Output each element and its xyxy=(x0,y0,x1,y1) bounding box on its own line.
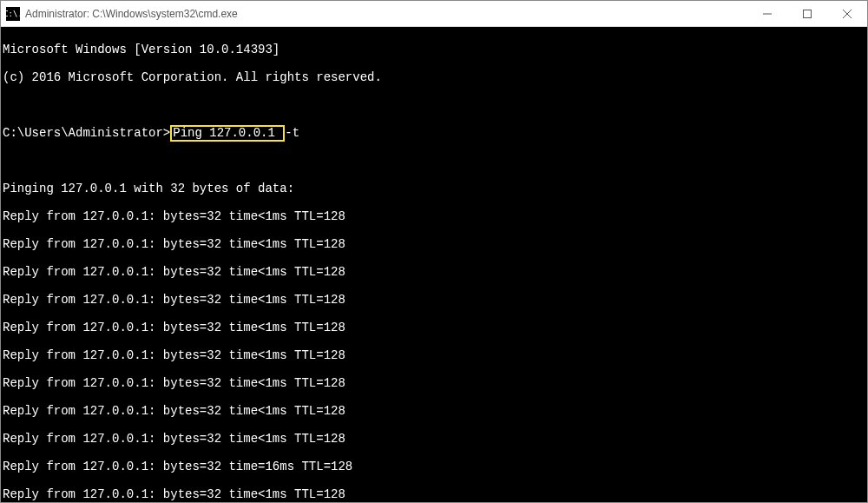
command-highlight: Ping 127.0.0.1 xyxy=(170,125,285,142)
minimize-button[interactable] xyxy=(747,1,787,26)
cmd-window: C:\. Administrator: C:\Windows\system32\… xyxy=(0,0,868,503)
prompt-prefix: C:\Users\Administrator> xyxy=(3,126,170,140)
reply-line: Reply from 127.0.0.1: bytes=32 time<1ms … xyxy=(3,265,865,279)
reply-line: Reply from 127.0.0.1: bytes=32 time<1ms … xyxy=(3,293,865,307)
os-version-line: Microsoft Windows [Version 10.0.14393] xyxy=(3,43,865,56)
blank-line xyxy=(3,154,865,168)
copyright-line: (c) 2016 Microsoft Corporation. All righ… xyxy=(3,70,865,84)
command-suffix: -t xyxy=(285,126,299,140)
reply-line: Reply from 127.0.0.1: bytes=32 time<1ms … xyxy=(3,237,865,251)
window-controls xyxy=(747,1,867,26)
svg-rect-1 xyxy=(804,10,812,17)
maximize-button[interactable] xyxy=(787,1,827,26)
prompt-line: C:\Users\Administrator>Ping 127.0.0.1 -t xyxy=(3,126,865,140)
reply-line: Reply from 127.0.0.1: bytes=32 time=16ms… xyxy=(3,460,865,473)
reply-line: Reply from 127.0.0.1: bytes=32 time<1ms … xyxy=(3,348,865,362)
blank-line xyxy=(3,98,865,112)
reply-line: Reply from 127.0.0.1: bytes=32 time<1ms … xyxy=(3,321,865,334)
reply-line: Reply from 127.0.0.1: bytes=32 time<1ms … xyxy=(3,432,865,446)
close-button[interactable] xyxy=(827,1,867,26)
pinging-header: Pinging 127.0.0.1 with 32 bytes of data: xyxy=(3,182,865,195)
reply-line: Reply from 127.0.0.1: bytes=32 time<1ms … xyxy=(3,209,865,223)
window-title: Administrator: C:\Windows\system32\cmd.e… xyxy=(25,8,747,20)
reply-line: Reply from 127.0.0.1: bytes=32 time<1ms … xyxy=(3,404,865,418)
terminal-output[interactable]: Microsoft Windows [Version 10.0.14393] (… xyxy=(1,27,867,502)
reply-line: Reply from 127.0.0.1: bytes=32 time<1ms … xyxy=(3,487,865,501)
cmd-icon: C:\. xyxy=(6,7,20,21)
reply-line: Reply from 127.0.0.1: bytes=32 time<1ms … xyxy=(3,376,865,390)
titlebar[interactable]: C:\. Administrator: C:\Windows\system32\… xyxy=(1,1,867,27)
